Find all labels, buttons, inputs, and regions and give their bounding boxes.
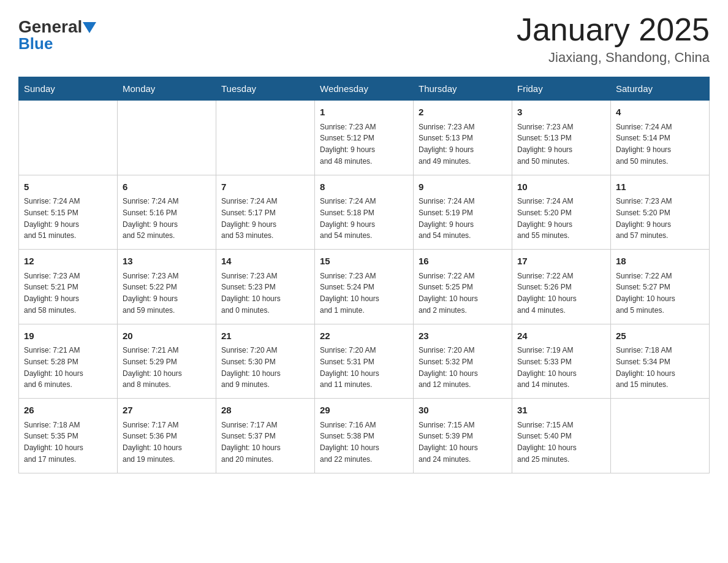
day-info: Sunrise: 7:24 AM Sunset: 5:17 PM Dayligh… bbox=[221, 197, 277, 240]
day-number: 1 bbox=[320, 105, 408, 120]
day-info: Sunrise: 7:20 AM Sunset: 5:30 PM Dayligh… bbox=[221, 346, 281, 389]
svg-marker-0 bbox=[83, 22, 96, 33]
day-info: Sunrise: 7:23 AM Sunset: 5:13 PM Dayligh… bbox=[517, 123, 573, 166]
calendar-cell: 27Sunrise: 7:17 AM Sunset: 5:36 PM Dayli… bbox=[118, 399, 216, 473]
day-info: Sunrise: 7:17 AM Sunset: 5:36 PM Dayligh… bbox=[123, 421, 182, 464]
day-number: 28 bbox=[221, 404, 309, 418]
logo: General Blue bbox=[18, 12, 96, 53]
day-number: 30 bbox=[419, 404, 507, 418]
day-info: Sunrise: 7:23 AM Sunset: 5:20 PM Dayligh… bbox=[616, 197, 672, 240]
day-number: 27 bbox=[123, 404, 211, 418]
day-info: Sunrise: 7:23 AM Sunset: 5:23 PM Dayligh… bbox=[221, 272, 281, 315]
day-info: Sunrise: 7:22 AM Sunset: 5:25 PM Dayligh… bbox=[419, 272, 478, 315]
day-number: 11 bbox=[616, 180, 704, 194]
day-number: 8 bbox=[320, 180, 408, 194]
calendar-cell: 23Sunrise: 7:20 AM Sunset: 5:32 PM Dayli… bbox=[414, 324, 512, 399]
day-number: 24 bbox=[517, 329, 605, 343]
calendar-cell: 24Sunrise: 7:19 AM Sunset: 5:33 PM Dayli… bbox=[512, 324, 611, 399]
day-number: 21 bbox=[221, 329, 309, 343]
day-info: Sunrise: 7:22 AM Sunset: 5:26 PM Dayligh… bbox=[517, 272, 577, 315]
weekday-header-thursday: Thursday bbox=[414, 77, 512, 101]
calendar-cell bbox=[611, 399, 710, 473]
weekday-header-saturday: Saturday bbox=[611, 77, 710, 101]
calendar-cell: 11Sunrise: 7:23 AM Sunset: 5:20 PM Dayli… bbox=[611, 175, 710, 250]
day-info: Sunrise: 7:21 AM Sunset: 5:29 PM Dayligh… bbox=[123, 346, 182, 389]
calendar-cell: 9Sunrise: 7:24 AM Sunset: 5:19 PM Daylig… bbox=[414, 175, 512, 250]
day-info: Sunrise: 7:17 AM Sunset: 5:37 PM Dayligh… bbox=[221, 421, 281, 464]
calendar-cell: 25Sunrise: 7:18 AM Sunset: 5:34 PM Dayli… bbox=[611, 324, 710, 399]
calendar-cell: 17Sunrise: 7:22 AM Sunset: 5:26 PM Dayli… bbox=[512, 250, 611, 324]
day-info: Sunrise: 7:23 AM Sunset: 5:12 PM Dayligh… bbox=[320, 123, 376, 166]
calendar-cell: 6Sunrise: 7:24 AM Sunset: 5:16 PM Daylig… bbox=[118, 175, 216, 250]
day-number: 17 bbox=[517, 255, 605, 269]
calendar-cell: 19Sunrise: 7:21 AM Sunset: 5:28 PM Dayli… bbox=[19, 324, 118, 399]
calendar-cell: 26Sunrise: 7:18 AM Sunset: 5:35 PM Dayli… bbox=[19, 399, 118, 473]
calendar-cell: 4Sunrise: 7:24 AM Sunset: 5:14 PM Daylig… bbox=[611, 101, 710, 175]
calendar-subtitle: Jiaxiang, Shandong, China bbox=[517, 50, 710, 66]
day-info: Sunrise: 7:24 AM Sunset: 5:16 PM Dayligh… bbox=[123, 197, 178, 240]
calendar-cell: 15Sunrise: 7:23 AM Sunset: 5:24 PM Dayli… bbox=[315, 250, 414, 324]
calendar-header: SundayMondayTuesdayWednesdayThursdayFrid… bbox=[19, 77, 710, 101]
day-info: Sunrise: 7:23 AM Sunset: 5:24 PM Dayligh… bbox=[320, 272, 379, 315]
day-number: 4 bbox=[616, 105, 704, 120]
day-info: Sunrise: 7:23 AM Sunset: 5:21 PM Dayligh… bbox=[24, 272, 80, 315]
day-number: 23 bbox=[419, 329, 507, 343]
week-row-1: 1Sunrise: 7:23 AM Sunset: 5:12 PM Daylig… bbox=[19, 101, 710, 175]
calendar-table: SundayMondayTuesdayWednesdayThursdayFrid… bbox=[18, 77, 710, 473]
weekday-header-friday: Friday bbox=[512, 77, 611, 101]
calendar-title: January 2025 bbox=[517, 12, 710, 47]
day-number: 25 bbox=[616, 329, 704, 343]
calendar-cell bbox=[19, 101, 118, 175]
day-number: 31 bbox=[517, 404, 605, 418]
calendar-cell: 29Sunrise: 7:16 AM Sunset: 5:38 PM Dayli… bbox=[315, 399, 414, 473]
day-number: 3 bbox=[517, 105, 605, 120]
calendar-cell: 7Sunrise: 7:24 AM Sunset: 5:17 PM Daylig… bbox=[216, 175, 315, 250]
day-info: Sunrise: 7:15 AM Sunset: 5:39 PM Dayligh… bbox=[419, 421, 478, 464]
day-info: Sunrise: 7:18 AM Sunset: 5:35 PM Dayligh… bbox=[24, 421, 83, 464]
day-number: 22 bbox=[320, 329, 408, 343]
day-info: Sunrise: 7:21 AM Sunset: 5:28 PM Dayligh… bbox=[24, 346, 83, 389]
day-info: Sunrise: 7:20 AM Sunset: 5:31 PM Dayligh… bbox=[320, 346, 379, 389]
day-number: 14 bbox=[221, 255, 309, 269]
day-number: 19 bbox=[24, 329, 112, 343]
calendar-cell: 18Sunrise: 7:22 AM Sunset: 5:27 PM Dayli… bbox=[611, 250, 710, 324]
calendar-cell: 20Sunrise: 7:21 AM Sunset: 5:29 PM Dayli… bbox=[118, 324, 216, 399]
day-info: Sunrise: 7:24 AM Sunset: 5:20 PM Dayligh… bbox=[517, 197, 573, 240]
logo-triangle-icon bbox=[83, 22, 96, 33]
day-info: Sunrise: 7:23 AM Sunset: 5:13 PM Dayligh… bbox=[419, 123, 474, 166]
calendar-cell bbox=[216, 101, 315, 175]
calendar-cell: 3Sunrise: 7:23 AM Sunset: 5:13 PM Daylig… bbox=[512, 101, 611, 175]
week-row-5: 26Sunrise: 7:18 AM Sunset: 5:35 PM Dayli… bbox=[19, 399, 710, 473]
day-number: 6 bbox=[123, 180, 211, 194]
day-number: 15 bbox=[320, 255, 408, 269]
calendar-cell: 8Sunrise: 7:24 AM Sunset: 5:18 PM Daylig… bbox=[315, 175, 414, 250]
day-info: Sunrise: 7:24 AM Sunset: 5:14 PM Dayligh… bbox=[616, 123, 672, 166]
day-number: 13 bbox=[123, 255, 211, 269]
calendar-cell: 16Sunrise: 7:22 AM Sunset: 5:25 PM Dayli… bbox=[414, 250, 512, 324]
day-number: 9 bbox=[419, 180, 507, 194]
calendar-cell: 28Sunrise: 7:17 AM Sunset: 5:37 PM Dayli… bbox=[216, 399, 315, 473]
day-number: 2 bbox=[419, 105, 507, 120]
calendar-cell: 13Sunrise: 7:23 AM Sunset: 5:22 PM Dayli… bbox=[118, 250, 216, 324]
weekday-header-tuesday: Tuesday bbox=[216, 77, 315, 101]
calendar-body: 1Sunrise: 7:23 AM Sunset: 5:12 PM Daylig… bbox=[19, 101, 710, 473]
page-header: General Blue January 2025 Jiaxiang, Shan… bbox=[18, 12, 710, 66]
day-info: Sunrise: 7:20 AM Sunset: 5:32 PM Dayligh… bbox=[419, 346, 478, 389]
day-number: 7 bbox=[221, 180, 309, 194]
day-number: 20 bbox=[123, 329, 211, 343]
weekday-header-wednesday: Wednesday bbox=[315, 77, 414, 101]
day-number: 16 bbox=[419, 255, 507, 269]
day-info: Sunrise: 7:23 AM Sunset: 5:22 PM Dayligh… bbox=[123, 272, 178, 315]
day-number: 29 bbox=[320, 404, 408, 418]
calendar-cell: 22Sunrise: 7:20 AM Sunset: 5:31 PM Dayli… bbox=[315, 324, 414, 399]
calendar-cell: 31Sunrise: 7:15 AM Sunset: 5:40 PM Dayli… bbox=[512, 399, 611, 473]
day-info: Sunrise: 7:16 AM Sunset: 5:38 PM Dayligh… bbox=[320, 421, 379, 464]
day-number: 10 bbox=[517, 180, 605, 194]
day-info: Sunrise: 7:24 AM Sunset: 5:15 PM Dayligh… bbox=[24, 197, 80, 240]
calendar-cell: 12Sunrise: 7:23 AM Sunset: 5:21 PM Dayli… bbox=[19, 250, 118, 324]
calendar-title-block: January 2025 Jiaxiang, Shandong, China bbox=[517, 12, 710, 66]
week-row-2: 5Sunrise: 7:24 AM Sunset: 5:15 PM Daylig… bbox=[19, 175, 710, 250]
calendar-cell bbox=[118, 101, 216, 175]
day-number: 26 bbox=[24, 404, 112, 418]
day-info: Sunrise: 7:24 AM Sunset: 5:18 PM Dayligh… bbox=[320, 197, 376, 240]
